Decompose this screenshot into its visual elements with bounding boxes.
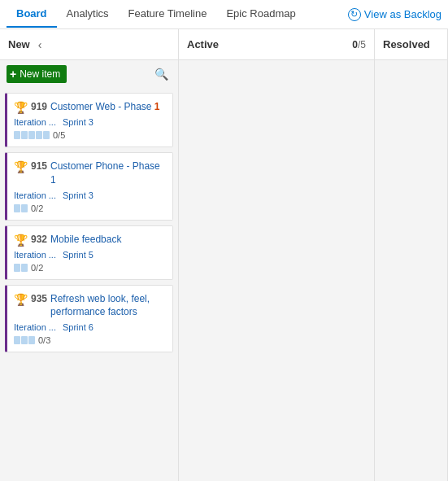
view-as-backlog-button[interactable]: ↻ View as Backlog: [348, 8, 441, 21]
column-new-toolbar: + New item 🔍: [0, 60, 178, 88]
task-count: 0/5: [53, 130, 65, 140]
column-new-collapse-button[interactable]: ‹: [37, 38, 44, 51]
task-progress-icon: [14, 131, 50, 139]
task-count: 0/2: [31, 203, 43, 213]
task-bar: [21, 264, 28, 272]
plus-icon: +: [10, 68, 16, 81]
task-count: 0/3: [38, 335, 50, 345]
column-new: New ‹ + New item 🔍 🏆 919 Customer Web - …: [0, 29, 179, 481]
column-resolved: Resolved: [375, 29, 448, 481]
task-progress-icon: [14, 264, 28, 272]
column-active-count: 0/5: [352, 39, 366, 50]
task-bar: [14, 264, 20, 272]
card-sprint: Sprint 3: [63, 117, 94, 127]
column-active-header: Active 0/5: [179, 29, 374, 60]
task-bar: [43, 131, 50, 139]
card-item[interactable]: 🏆 915 Customer Phone - Phase 1 Iteration…: [5, 152, 173, 221]
column-resolved-label: Resolved: [383, 38, 430, 50]
trophy-icon: 🏆: [14, 234, 28, 247]
card-title-row: 🏆 932 Mobile feedback: [14, 233, 164, 247]
cards-area-new: 🏆 919 Customer Web - Phase 1 Iteration .…: [0, 88, 178, 481]
card-title-row: 🏆 919 Customer Web - Phase 1: [14, 100, 164, 114]
column-new-header: New ‹: [0, 29, 178, 60]
card-meta: Iteration ... Sprint 3: [14, 190, 164, 200]
add-new-item-button[interactable]: + New item: [7, 65, 67, 83]
card-id: 919: [31, 101, 47, 112]
task-bar: [21, 131, 28, 139]
card-title-row: 🏆 935 Refresh web look, feel, performanc…: [14, 292, 164, 320]
card-iteration: Iteration ...: [14, 250, 56, 260]
task-bar: [14, 204, 20, 212]
card-id: 935: [31, 293, 47, 304]
tab-board[interactable]: Board: [7, 1, 57, 28]
column-active-count-num: 0: [352, 39, 358, 50]
card-iteration: Iteration ...: [14, 117, 56, 127]
task-bar: [21, 204, 28, 212]
card-id: 932: [31, 234, 47, 245]
task-bar: [28, 336, 35, 344]
column-new-label: New: [8, 38, 30, 50]
cards-area-active: [179, 60, 374, 481]
task-bar: [14, 131, 20, 139]
task-bar: [36, 131, 42, 139]
card-sprint: Sprint 3: [63, 190, 94, 200]
card-item[interactable]: 🏆 935 Refresh web look, feel, performanc…: [5, 285, 173, 353]
trophy-icon: 🏆: [14, 293, 28, 306]
card-iteration: Iteration ...: [14, 322, 56, 332]
card-meta: Iteration ... Sprint 6: [14, 322, 164, 332]
column-resolved-header: Resolved: [375, 29, 447, 60]
task-progress-icon: [14, 336, 35, 344]
card-footer: 0/2: [14, 263, 164, 273]
card-footer: 0/3: [14, 335, 164, 345]
trophy-icon: 🏆: [14, 160, 28, 173]
card-id: 915: [31, 160, 47, 172]
add-new-item-label: New item: [20, 68, 60, 80]
card-title-row: 🏆 915 Customer Phone - Phase 1: [14, 160, 164, 187]
backlog-icon: ↻: [348, 8, 361, 21]
task-progress-icon: [14, 204, 28, 212]
cards-area-resolved: [375, 60, 447, 481]
search-button[interactable]: 🔍: [151, 66, 172, 82]
card-item[interactable]: 🏆 919 Customer Web - Phase 1 Iteration .…: [5, 93, 173, 147]
column-active-count-total: 5: [360, 39, 366, 50]
task-bar: [14, 336, 20, 344]
card-sprint: Sprint 5: [63, 250, 94, 260]
task-bar: [21, 336, 28, 344]
column-active: Active 0/5: [179, 29, 375, 481]
card-iteration: Iteration ...: [14, 190, 56, 200]
board-container: New ‹ + New item 🔍 🏆 919 Customer Web - …: [0, 29, 448, 481]
card-footer: 0/5: [14, 130, 164, 140]
trophy-icon: 🏆: [14, 101, 28, 114]
tab-analytics[interactable]: Analytics: [57, 1, 119, 28]
card-meta: Iteration ... Sprint 5: [14, 250, 164, 260]
view-as-backlog-label: View as Backlog: [364, 8, 441, 20]
top-nav: Board Analytics Feature Timeline Epic Ro…: [0, 0, 448, 29]
task-count: 0/2: [31, 263, 43, 273]
card-meta: Iteration ... Sprint 3: [14, 117, 164, 127]
task-bar: [28, 131, 35, 139]
column-active-label: Active: [187, 38, 219, 50]
card-item[interactable]: 🏆 932 Mobile feedback Iteration ... Spri…: [5, 225, 173, 280]
card-sprint: Sprint 6: [63, 322, 94, 332]
card-footer: 0/2: [14, 203, 164, 213]
tab-epic-roadmap[interactable]: Epic Roadmap: [216, 1, 305, 28]
tab-feature-timeline[interactable]: Feature Timeline: [119, 1, 217, 28]
